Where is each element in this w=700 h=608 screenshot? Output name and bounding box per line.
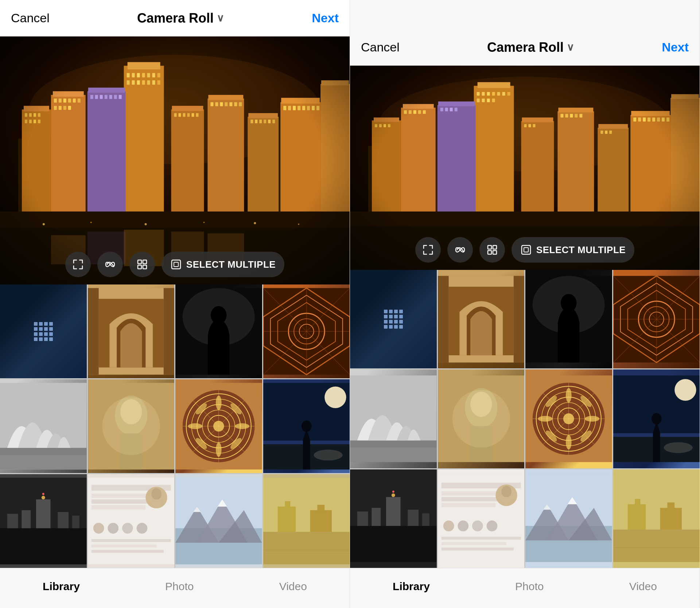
right-tab-photo-label: Photo	[515, 580, 544, 593]
thumb-item[interactable]	[613, 469, 700, 568]
left-select-multiple-label: SELECT MULTIPLE	[186, 259, 276, 270]
thumb-item[interactable]	[350, 369, 437, 468]
right-tab-video[interactable]: Video	[629, 580, 657, 593]
svg-rect-121	[172, 260, 180, 269]
grid-icon	[136, 259, 148, 270]
thumb-item[interactable]	[0, 284, 87, 378]
mandala-svg	[175, 379, 262, 473]
svg-rect-390	[660, 508, 681, 529]
pattern-svg-r	[613, 270, 700, 368]
thumb-item[interactable]	[88, 284, 175, 378]
opera-svg	[0, 379, 87, 473]
right-loop-button[interactable]	[447, 237, 473, 263]
thumb-item[interactable]	[263, 284, 350, 378]
svg-point-162	[216, 395, 222, 410]
thumb-item[interactable]	[263, 379, 350, 473]
left-tab-bar: Library Photo Video	[0, 568, 350, 608]
thumb-item[interactable]	[438, 270, 525, 368]
svg-rect-375	[441, 547, 513, 550]
right-grid-button[interactable]	[479, 237, 505, 263]
left-cancel-button[interactable]: Cancel	[11, 11, 50, 25]
right-panel: Cancel Camera Roll ∨ Next	[350, 0, 700, 608]
svg-rect-305	[438, 276, 449, 363]
svg-point-353	[651, 413, 661, 425]
thumb-item[interactable]	[263, 474, 350, 568]
nightwalk-svg-r	[613, 369, 700, 468]
svg-point-371	[472, 520, 483, 531]
right-cancel-button[interactable]: Cancel	[361, 40, 400, 54]
right-expand-button[interactable]	[415, 237, 441, 263]
thumb-item[interactable]	[613, 270, 700, 368]
right-chevron-icon: ∨	[567, 41, 574, 53]
left-tab-library[interactable]: Library	[43, 580, 80, 593]
svg-point-343	[538, 416, 553, 422]
desert-svg-r	[613, 469, 700, 568]
svg-rect-306	[513, 276, 524, 363]
left-grid-button[interactable]	[129, 252, 155, 277]
thumb-item[interactable]	[350, 469, 437, 568]
left-next-button[interactable]: Next	[312, 11, 339, 25]
svg-point-377	[501, 486, 512, 497]
svg-rect-125	[88, 288, 99, 375]
svg-point-351	[674, 379, 696, 401]
left-chevron-icon: ∨	[217, 12, 224, 24]
thumb-item[interactable]	[525, 270, 612, 368]
right-tab-library-label: Library	[393, 580, 430, 593]
svg-rect-196	[91, 550, 163, 553]
nature-svg-r	[525, 469, 612, 568]
svg-rect-184	[72, 516, 79, 528]
thumb-item[interactable]	[0, 474, 87, 568]
arch-svg-r	[438, 270, 525, 368]
left-thumb-grid	[0, 284, 350, 568]
left-title[interactable]: Camera Roll ∨	[137, 11, 224, 26]
thumb-item[interactable]	[175, 284, 262, 378]
right-tab-library[interactable]: Library	[393, 580, 430, 593]
left-tab-photo[interactable]: Photo	[165, 580, 194, 593]
right-image-controls: SELECT MULTIPLE	[350, 237, 700, 263]
thumb-item[interactable]	[0, 379, 87, 473]
svg-rect-298	[493, 245, 497, 249]
screenshot-svg-r	[438, 469, 525, 568]
thumb-item[interactable]	[525, 469, 612, 568]
svg-point-172	[324, 387, 346, 408]
left-select-multiple-button[interactable]: SELECT MULTIPLE	[162, 252, 284, 277]
thumb-item[interactable]	[175, 379, 262, 473]
svg-rect-116	[0, 36, 350, 284]
right-next-button[interactable]: Next	[662, 40, 689, 54]
left-loop-button[interactable]	[97, 252, 123, 277]
svg-rect-144	[0, 455, 87, 470]
svg-rect-177	[0, 528, 87, 564]
thumb-item[interactable]	[175, 474, 262, 568]
svg-rect-363	[422, 513, 429, 526]
right-title[interactable]: Camera Roll ∨	[487, 40, 574, 55]
svg-rect-119	[138, 265, 141, 269]
right-header: Cancel Camera Roll ∨ Next	[350, 29, 700, 66]
svg-point-309	[561, 294, 577, 312]
left-image-controls: SELECT MULTIPLE	[0, 252, 350, 277]
svg-rect-118	[143, 260, 147, 264]
screenshot-svg	[88, 474, 175, 568]
desert-svg	[263, 474, 350, 568]
right-tab-photo[interactable]: Photo	[515, 580, 544, 593]
right-tab-video-label: Video	[629, 580, 657, 593]
svg-rect-126	[163, 288, 174, 375]
pattern-svg	[263, 284, 350, 378]
statue-svg-r	[438, 369, 525, 468]
svg-rect-373	[441, 537, 521, 539]
svg-rect-356	[350, 526, 437, 562]
thumb-item[interactable]	[438, 369, 525, 468]
thumb-item[interactable]	[88, 474, 175, 568]
mandala-svg-r	[525, 369, 612, 468]
thumb-item[interactable]	[88, 379, 175, 473]
left-tab-library-label: Library	[43, 580, 80, 593]
thumb-item[interactable]	[438, 469, 525, 568]
svg-point-199	[150, 499, 163, 508]
thumb-item[interactable]	[613, 369, 700, 468]
svg-point-191	[108, 523, 118, 534]
left-main-image: SELECT MULTIPLE	[0, 36, 350, 284]
thumb-item[interactable]	[525, 369, 612, 468]
right-select-multiple-button[interactable]: SELECT MULTIPLE	[512, 237, 634, 263]
left-expand-button[interactable]	[65, 252, 91, 277]
thumb-item[interactable]	[350, 270, 437, 368]
left-tab-video[interactable]: Video	[279, 580, 307, 593]
